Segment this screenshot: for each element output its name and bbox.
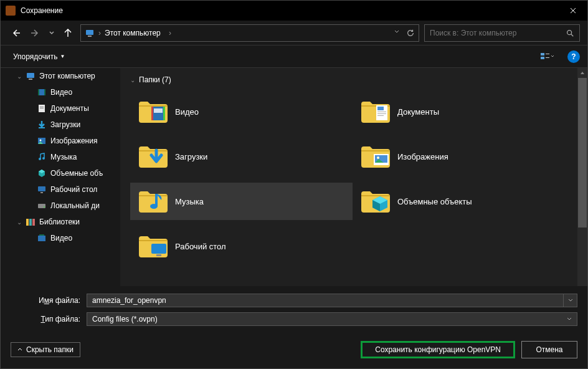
folder-icon [138,189,168,214]
folder-item-3[interactable]: Изображения [353,138,575,175]
svg-rect-11 [44,89,45,95]
save-dialog-window: Сохранение › Этот компьютер › Упорядочит… [0,0,588,369]
tree-label: Документы [50,104,89,113]
tree-label: Рабочий стол [50,185,97,194]
svg-point-40 [377,156,379,159]
section-header[interactable]: ⌄ Папки (7) [120,68,587,89]
filename-label: Имя файла: [11,296,80,305]
close-button[interactable] [559,1,587,21]
tree-label: Объемные объ [50,169,103,178]
filename-row: Имя файла: [11,294,577,307]
svg-rect-5 [546,54,549,54]
svg-rect-21 [40,192,43,193]
forward-button[interactable] [28,26,43,41]
images-icon [37,136,47,146]
filename-dropdown-icon[interactable] [564,294,577,307]
recent-button[interactable] [48,26,55,41]
view-options-button[interactable] [538,49,557,64]
help-button[interactable]: ? [567,50,580,63]
sidebar-item-5[interactable]: Музыка [1,149,120,165]
sidebar-item-7[interactable]: Рабочий стол [1,181,120,198]
sidebar-item-1[interactable]: Видео [1,84,120,100]
music-icon [37,152,47,162]
hide-folders-button[interactable]: Скрыть папки [11,342,80,357]
app-icon [6,6,16,16]
svg-rect-20 [38,186,45,191]
chevron-down-icon [49,31,54,36]
svg-rect-35 [377,112,386,112]
svg-rect-3 [541,53,544,55]
folder-icon [138,144,168,169]
svg-rect-34 [377,107,384,110]
up-button[interactable] [60,26,75,41]
search-input[interactable] [430,29,566,37]
disk-icon [37,201,47,211]
chevron-down-icon: ⌄ [17,73,24,80]
folder-item-1[interactable]: Документы [353,93,575,130]
sidebar-item-2[interactable]: Документы [1,100,120,117]
filetype-label: Тип файла: [11,315,80,323]
sidebar-item-3[interactable]: Загрузки [1,117,120,133]
section-label: Папки (7) [139,75,171,84]
svg-rect-31 [163,107,165,120]
address-bar[interactable]: › Этот компьютер › [80,24,419,42]
svg-rect-26 [32,219,35,226]
tree-label: Этот компьютер [39,72,95,80]
sidebar-item-6[interactable]: Объемные объ [1,165,120,181]
svg-rect-36 [377,113,386,114]
body-area: ⌄Этот компьютерВидеоДокументыЗагрузкиИзо… [1,68,587,286]
tree-label: Видео [50,234,72,242]
svg-rect-32 [154,108,163,113]
folder-icon [360,144,390,169]
view-icon [541,52,554,62]
filetype-select[interactable]: Config files (*.ovpn) [87,312,577,326]
main-area: ⌄ Папки (7) ВидеоДокументыЗагрузкиИзобра… [120,68,587,286]
search-box[interactable] [424,24,580,42]
cancel-button[interactable]: Отмена [521,341,577,358]
svg-point-19 [42,157,45,160]
navigation-bar: › Этот компьютер › [1,21,587,46]
sidebar-item-9[interactable]: ⌄Библиотеки [1,214,120,230]
svg-rect-42 [151,244,166,254]
chevron-down-icon[interactable] [394,29,400,35]
tree-label: Локальный ди [50,201,100,210]
organize-button[interactable]: Упорядочить ▼ [8,50,70,64]
titlebar: Сохранение [1,1,587,21]
toolbar: Упорядочить ▼ ? [1,46,587,68]
filetype-row: Тип файла: Config files (*.ovpn) [11,312,577,326]
folder-item-4[interactable]: Музыка [130,183,353,220]
svg-rect-7 [27,73,34,78]
tree-label: Библиотеки [39,218,80,226]
chevron-up-icon [17,347,22,352]
sidebar: ⌄Этот компьютерВидеоДокументыЗагрузкиИзо… [1,68,120,286]
arrow-up-icon [63,28,73,38]
folder-item-0[interactable]: Видео [130,93,353,130]
sidebar-item-10[interactable]: Видео [1,230,120,246]
folder-label: Изображения [397,152,448,161]
breadcrumb[interactable]: Этот компьютер › [105,29,394,37]
folder-icon [138,99,168,124]
scroll-up-icon[interactable] [577,68,587,78]
svg-rect-28 [39,234,44,236]
svg-rect-43 [156,254,161,256]
sidebar-item-8[interactable]: Локальный ди [1,198,120,214]
window-title: Сохранение [21,6,559,15]
folder-item-2[interactable]: Загрузки [130,138,353,175]
sidebar-item-4[interactable]: Изображения [1,133,120,149]
folder-item-6[interactable]: Рабочий стол [130,228,353,265]
folder-label: Объемные объекты [397,197,472,206]
desktop-icon [37,184,47,194]
tree-label: Музыка [50,153,77,161]
filename-input[interactable] [87,294,564,307]
scroll-thumb[interactable] [578,78,587,228]
folder-icon [360,99,390,124]
svg-rect-24 [26,219,29,226]
save-button[interactable]: Сохранить конфигурацию OpenVPN [361,341,515,358]
back-button[interactable] [8,26,23,41]
scrollbar[interactable] [577,68,587,286]
refresh-icon[interactable] [406,29,415,37]
sidebar-item-0[interactable]: ⌄Этот компьютер [1,68,120,84]
folder-item-5[interactable]: Объемные объекты [353,183,575,220]
svg-rect-0 [86,30,93,35]
video-icon [37,87,47,97]
